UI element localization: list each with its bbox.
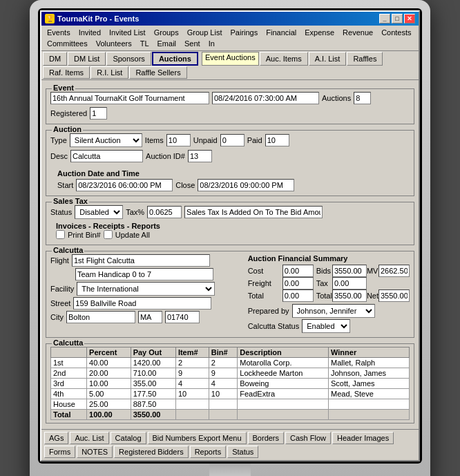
- tax-status-select[interactable]: Disabled: [75, 205, 123, 219]
- zip-input[interactable]: [165, 311, 200, 323]
- btn-bid-export[interactable]: Bid Numbers Export Menu: [148, 432, 247, 444]
- menu-tl[interactable]: TL: [136, 38, 153, 49]
- team-handicap-input[interactable]: [75, 268, 213, 280]
- btn-status[interactable]: Status: [227, 446, 258, 458]
- minimize-button[interactable]: _: [379, 14, 390, 23]
- toolbar-raf-items[interactable]: Raf. Items: [43, 66, 90, 79]
- btn-header-images[interactable]: Header Images: [332, 432, 394, 444]
- auction-section: Auction Type Silent Auction Items Unpaid: [46, 130, 414, 196]
- btn-notes[interactable]: NOTES: [77, 446, 113, 458]
- event-section: Event Auctions Registered: [46, 88, 414, 124]
- main-window: 🏆 TournaKit Pro - Events _ □ ✕ Events In…: [40, 10, 420, 461]
- total-place: Total: [51, 410, 87, 420]
- total2-input[interactable]: [332, 289, 367, 302]
- col-place: [51, 348, 87, 358]
- event-date-input[interactable]: [212, 92, 319, 104]
- auction-date-label: Auction Date and Time: [57, 169, 294, 178]
- mv-input[interactable]: [378, 265, 410, 277]
- menu-volunteers[interactable]: Volunteers: [92, 38, 136, 49]
- items-input[interactable]: [166, 134, 191, 146]
- menu-contests[interactable]: Contests: [377, 27, 415, 38]
- winner-1: Mallet, Ralph: [329, 358, 410, 368]
- menu-invited-list[interactable]: Invited List: [105, 27, 150, 38]
- auction-id-input[interactable]: [188, 150, 212, 162]
- btn-registered-bidders[interactable]: Registered Bidders: [114, 446, 189, 458]
- bids-input[interactable]: [332, 265, 367, 277]
- menu-groups[interactable]: Groups: [150, 27, 183, 38]
- sales-tax-label: Sales Tax: [52, 197, 89, 205]
- btn-catalog[interactable]: Catalog: [111, 432, 146, 444]
- tax-method-input[interactable]: [184, 206, 323, 218]
- print-bin-checkbox[interactable]: [56, 230, 65, 239]
- tax-pct-input[interactable]: [147, 206, 182, 218]
- prepared-select[interactable]: Johnson, Jennifer: [292, 304, 375, 318]
- menu-revenue[interactable]: Revenue: [338, 27, 377, 38]
- desc-4: FeadExtra: [238, 389, 329, 399]
- auction-section-label: Auction: [52, 125, 83, 133]
- btn-auc-list[interactable]: Auc. List: [70, 432, 108, 444]
- toolbar-raffles[interactable]: Raffles: [347, 52, 383, 66]
- summary-label: Auction Financial Summary: [248, 254, 410, 263]
- street-input[interactable]: [73, 297, 211, 310]
- total1-input[interactable]: [282, 289, 314, 302]
- btn-forms[interactable]: Forms: [44, 446, 75, 458]
- menu-in[interactable]: In: [204, 38, 219, 49]
- facility-select[interactable]: The International: [77, 282, 215, 296]
- paid-input[interactable]: [265, 134, 289, 146]
- registered-count-input[interactable]: [90, 107, 107, 120]
- net-input[interactable]: [378, 289, 410, 302]
- mv-label: MV: [367, 265, 378, 277]
- desc-label: Desc: [50, 152, 68, 160]
- menu-invited[interactable]: Invited: [75, 27, 105, 38]
- flight-input[interactable]: [72, 254, 210, 267]
- menu-events[interactable]: Events: [43, 27, 75, 38]
- toolbar-ai-list[interactable]: A.I. List: [309, 52, 347, 66]
- menu-group-list[interactable]: Group List: [183, 27, 227, 38]
- winner-2: Johnson, James: [329, 368, 410, 379]
- menu-financial[interactable]: Financial: [262, 27, 300, 38]
- type-label: Type: [50, 136, 67, 144]
- city-input[interactable]: [66, 311, 135, 323]
- auction-id-label: Auction ID#: [146, 152, 185, 160]
- menu-expense[interactable]: Expense: [300, 27, 338, 38]
- auction-type-select[interactable]: Silent Auction: [70, 133, 142, 147]
- close-button[interactable]: ✕: [404, 14, 415, 23]
- net-label: Net: [367, 289, 378, 302]
- btn-borders[interactable]: Borders: [248, 432, 285, 444]
- toolbar-dm-list[interactable]: DM List: [68, 52, 106, 66]
- col-bin: Bin#: [209, 348, 237, 358]
- btn-reports[interactable]: Reports: [190, 446, 227, 458]
- menu-email[interactable]: Email: [153, 38, 181, 49]
- event-name-input[interactable]: [50, 92, 209, 104]
- btn-cash-flow[interactable]: Cash Flow: [285, 432, 331, 444]
- unpaid-input[interactable]: [220, 134, 245, 146]
- calcutta-table-section: Calcutta Percent Pay Out Item# Bin# Desc…: [46, 343, 414, 423]
- start-input[interactable]: [76, 179, 173, 191]
- toolbar-auc-items[interactable]: Auc. Items: [260, 52, 308, 66]
- total-payout: 3550.00: [131, 410, 175, 420]
- desc-input[interactable]: [70, 150, 143, 162]
- menu-pairings[interactable]: Pairings: [226, 27, 262, 38]
- toolbar-ri-list[interactable]: R.I. List: [90, 66, 128, 79]
- auctions-label: Auctions: [322, 94, 351, 102]
- menu-sent[interactable]: Sent: [180, 38, 204, 49]
- update-all-checkbox[interactable]: [104, 230, 113, 239]
- toolbar-sponsors[interactable]: Sponsors: [106, 52, 151, 66]
- toolbar-dm[interactable]: DM: [43, 52, 67, 66]
- total-row: Total 100.00 3550.00: [51, 410, 410, 420]
- auctions-count-input[interactable]: [354, 92, 371, 104]
- btn-ags[interactable]: AGs: [44, 432, 68, 444]
- tax-input[interactable]: [332, 277, 367, 289]
- cost-input[interactable]: [282, 265, 314, 277]
- menu-committees[interactable]: Committees: [43, 38, 92, 49]
- flight-label: Flight: [50, 256, 69, 265]
- street-label: Street: [50, 299, 70, 307]
- calcutta-status-select[interactable]: Enabled: [302, 319, 350, 333]
- toolbar-auctions[interactable]: Auctions: [152, 52, 198, 66]
- maximize-button[interactable]: □: [392, 14, 403, 23]
- place-1: 1st: [51, 358, 87, 368]
- freight-input[interactable]: [282, 277, 314, 289]
- toolbar-raffle-sellers[interactable]: Raffle Sellers: [129, 66, 186, 79]
- state-input[interactable]: [138, 311, 162, 323]
- close-input[interactable]: [198, 179, 294, 191]
